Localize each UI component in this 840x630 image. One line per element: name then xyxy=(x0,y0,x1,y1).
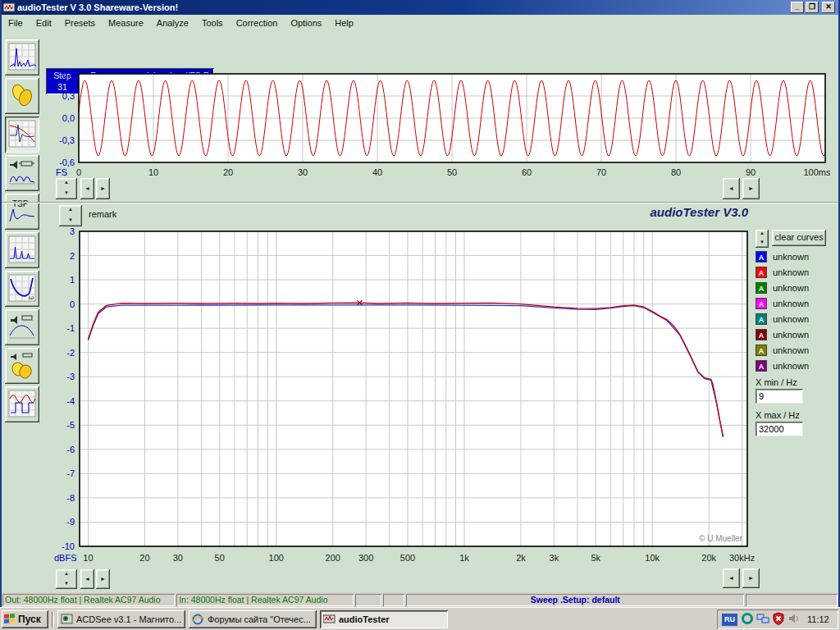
scope-vertical-spinner[interactable]: ▲ ▼ xyxy=(56,178,77,199)
toolbar-button-speaker-response[interactable] xyxy=(5,309,39,345)
up-arrow-icon[interactable]: ▲ xyxy=(756,230,769,239)
legend-item-3[interactable]: Aunknown xyxy=(756,280,809,295)
svg-text:3k: 3k xyxy=(550,553,559,563)
curve-label: unknown xyxy=(773,299,809,308)
legend-item-5[interactable]: Aunknown xyxy=(756,311,809,326)
svg-text:-7: -7 xyxy=(66,468,75,478)
menu-item-analyze[interactable]: Analyze xyxy=(150,16,195,30)
toolbar-button-distortion-spikes[interactable] xyxy=(5,232,39,268)
curve-swatch[interactable]: A xyxy=(756,267,767,278)
network-icon[interactable] xyxy=(756,612,769,627)
title-bar: audioTester V 3.0 Shareware-Version! _ ❐… xyxy=(2,0,838,15)
scope-pan-left[interactable]: ◄ xyxy=(723,178,740,199)
legend-item-8[interactable]: Aunknown xyxy=(756,358,809,373)
taskbar-task-1[interactable]: ACDSee v3.1 - Магнито... xyxy=(57,610,185,628)
legend-item-4[interactable]: Aunknown xyxy=(756,295,809,311)
minimize-button[interactable]: _ xyxy=(791,2,804,13)
curve-swatch[interactable]: A xyxy=(756,313,767,325)
svg-text:2: 2 xyxy=(70,251,75,261)
toolbar-button-impedance-sweep[interactable] xyxy=(5,155,39,191)
volume-icon[interactable] xyxy=(788,612,801,627)
close-button[interactable]: ✕ xyxy=(822,2,835,13)
down-arrow-icon[interactable]: ▼ xyxy=(59,216,82,226)
curve-swatch[interactable]: A xyxy=(756,345,767,356)
toolbar-button-weighting-curve[interactable]: ω xyxy=(5,271,39,307)
svg-text:10: 10 xyxy=(148,167,158,177)
xmin-input[interactable] xyxy=(756,389,803,404)
svg-text:30kHz: 30kHz xyxy=(729,553,755,563)
menu-item-file[interactable]: File xyxy=(2,16,30,30)
svg-text:FS: FS xyxy=(56,167,67,177)
curve-swatch[interactable]: A xyxy=(756,360,767,372)
up-arrow-icon[interactable]: ▲ xyxy=(56,569,77,579)
remark-label: remark xyxy=(89,209,116,219)
start-button[interactable]: Пуск xyxy=(2,610,48,628)
toolbar-button-level-meter[interactable] xyxy=(5,348,39,384)
clear-curves-button[interactable]: clear curves xyxy=(772,230,826,246)
language-indicator[interactable]: RU xyxy=(722,614,737,626)
curves-spinner[interactable]: ▲ ▼ xyxy=(756,230,769,248)
scope-pan-right[interactable]: ► xyxy=(742,178,760,199)
curve-label: unknown xyxy=(773,252,809,262)
status-cell-2: In: 48000Hz float | Realtek AC97 Audio xyxy=(176,594,354,606)
svg-text:0: 0 xyxy=(76,167,81,177)
task-label: Форумы сайта "Отечес... xyxy=(208,614,311,624)
curve-label: unknown xyxy=(773,283,809,293)
curve-label: unknown xyxy=(773,345,809,355)
response-scroll-left[interactable]: ◄ xyxy=(80,569,94,589)
svg-text:0: 0 xyxy=(70,299,75,309)
xmin-label: X min / Hz xyxy=(756,377,797,387)
svg-text:© U.Mueller: © U.Mueller xyxy=(699,534,743,543)
restore-button[interactable]: ❐ xyxy=(806,2,819,13)
down-arrow-icon[interactable]: ▼ xyxy=(56,579,77,589)
menu-item-edit[interactable]: Edit xyxy=(30,16,58,30)
scope-scroll-right[interactable]: ► xyxy=(96,178,110,199)
legend-item-1[interactable]: Aunknown xyxy=(756,249,809,264)
curve-swatch[interactable]: A xyxy=(756,282,767,294)
response-vertical-spinner[interactable]: ▲ ▼ xyxy=(56,569,77,589)
toolbar-button-signal-generator[interactable] xyxy=(5,78,39,114)
scope-scroll-left[interactable]: ◄ xyxy=(80,178,94,199)
svg-text:1k: 1k xyxy=(459,553,469,563)
menu-item-tools[interactable]: Tools xyxy=(195,16,230,30)
down-arrow-icon[interactable]: ▼ xyxy=(56,189,77,199)
taskbar-task-3[interactable]: audioTester xyxy=(320,610,448,628)
menu-item-options[interactable]: Options xyxy=(284,16,328,30)
curve-swatch[interactable]: A xyxy=(756,298,767,309)
impedance-sweep-icon xyxy=(8,158,36,188)
workspace: TSPω Step Frequency L inp. level/FS R 31… xyxy=(2,31,838,592)
legend-item-2[interactable]: Aunknown xyxy=(756,264,809,280)
legend-item-6[interactable]: Aunknown xyxy=(756,326,809,342)
response-scroll-right[interactable]: ► xyxy=(96,569,110,589)
remark-spinner[interactable]: ▲ ▼ xyxy=(59,205,82,226)
window-title: audioTester V 3.0 Shareware-Version! xyxy=(17,2,178,12)
toolbar-button-frequency-response[interactable] xyxy=(5,116,39,153)
menu-item-presets[interactable]: Presets xyxy=(58,16,102,30)
frequency-response-chart: © U.Mueller3210-1-2-3-4-5-6-7-8-9-10dBFS… xyxy=(51,226,756,571)
menu-item-measure[interactable]: Measure xyxy=(102,16,150,30)
svg-text:-2: -2 xyxy=(66,348,75,358)
response-pan-left[interactable]: ◄ xyxy=(723,568,740,588)
response-pan-right[interactable]: ► xyxy=(742,568,760,588)
taskbar: Пуск ACDSee v3.1 - Магнито...Форумы сайт… xyxy=(0,607,840,630)
svg-text:0,3: 0,3 xyxy=(62,91,75,101)
down-arrow-icon[interactable]: ▼ xyxy=(756,239,769,248)
taskbar-task-2[interactable]: Форумы сайта "Отечес... xyxy=(189,610,317,628)
curve-swatch[interactable]: A xyxy=(756,251,767,262)
up-arrow-icon[interactable]: ▲ xyxy=(59,205,82,216)
toolbar-button-square-wave-scope[interactable] xyxy=(5,386,39,422)
menu-item-correction[interactable]: Correction xyxy=(230,16,285,30)
curve-swatch[interactable]: A xyxy=(756,329,767,340)
menu-item-help[interactable]: Help xyxy=(328,16,360,30)
toolbar-button-spectrum-analyzer[interactable] xyxy=(5,39,39,75)
status-cell-4 xyxy=(383,594,404,606)
up-arrow-icon[interactable]: ▲ xyxy=(56,178,77,189)
toolbar-button-tsp-measurement[interactable]: TSP xyxy=(5,194,39,230)
svg-text:20: 20 xyxy=(223,167,233,177)
security-shield-icon[interactable] xyxy=(772,612,785,627)
messenger-ring-icon[interactable] xyxy=(741,612,754,627)
xmax-input[interactable] xyxy=(756,422,803,436)
svg-text:-5: -5 xyxy=(66,420,75,430)
legend-item-7[interactable]: Aunknown xyxy=(756,342,809,358)
oscilloscope-chart: 0,60,30,0-0,3-0,6FS010203040506070809010… xyxy=(51,71,830,190)
